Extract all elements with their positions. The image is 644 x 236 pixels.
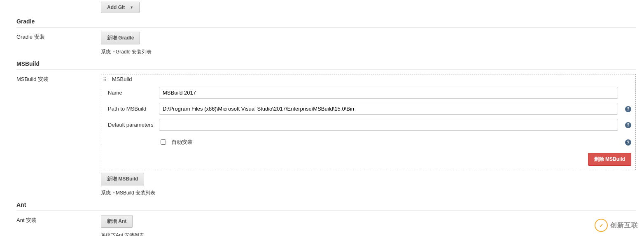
delete-msbuild-button[interactable]: 删除 MSBuild	[588, 153, 631, 166]
default-params-label: Default parameters	[108, 122, 159, 128]
auto-install-label: 自动安装	[171, 139, 193, 146]
dropdown-caret-icon: ▼	[130, 5, 133, 9]
add-ant-button[interactable]: 新增 Ant	[101, 215, 133, 228]
add-gradle-button[interactable]: 新增 Gradle	[101, 32, 140, 44]
gradle-description: 系统下Gradle 安装列表	[101, 49, 636, 56]
help-icon[interactable]: ?	[625, 122, 631, 128]
divider	[16, 211, 636, 211]
add-git-label: Add Git	[107, 5, 125, 10]
ant-row: Ant 安装 新增 Ant 系统下Ant 安装列表	[16, 213, 636, 236]
ant-description: 系统下Ant 安装列表	[101, 232, 636, 236]
add-msbuild-button[interactable]: 新增 MSBuild	[101, 173, 144, 185]
name-label: Name	[108, 90, 159, 96]
msbuild-box-title: MSBuild	[112, 76, 132, 82]
watermark-logo-icon: ✓	[595, 219, 608, 232]
msbuild-row: MSBuild 安装 ⠿ MSBuild Name Path to MSBuil…	[16, 72, 636, 198]
ant-install-label: Ant 安装	[16, 215, 101, 236]
git-row: Add Git ▼	[16, 0, 636, 15]
path-label: Path to MSBuild	[108, 106, 159, 112]
msbuild-install-label: MSBuild 安装	[16, 74, 101, 197]
divider	[16, 27, 636, 28]
name-input[interactable]	[159, 87, 618, 99]
drag-handle-icon[interactable]: ⠿	[103, 77, 107, 83]
gradle-install-label: Gradle 安装	[16, 32, 101, 56]
gradle-heading: Gradle	[16, 15, 636, 26]
msbuild-heading: MSBuild	[16, 57, 636, 69]
help-icon[interactable]: ?	[625, 139, 631, 146]
auto-install-checkbox[interactable]	[161, 139, 166, 145]
path-input[interactable]	[159, 103, 618, 115]
watermark: ✓ 创新互联	[595, 219, 638, 232]
watermark-text: 创新互联	[610, 221, 638, 230]
ant-heading: Ant	[16, 198, 636, 210]
help-icon[interactable]: ?	[625, 106, 631, 112]
add-git-button[interactable]: Add Git ▼	[101, 2, 140, 13]
divider	[16, 69, 636, 70]
default-params-input[interactable]	[159, 119, 618, 131]
msbuild-installation-box: ⠿ MSBuild Name Path to MSBuild ?	[101, 74, 636, 170]
msbuild-description: 系统下MSBuild 安装列表	[101, 190, 636, 197]
gradle-row: Gradle 安装 新增 Gradle 系统下Gradle 安装列表	[16, 30, 636, 57]
